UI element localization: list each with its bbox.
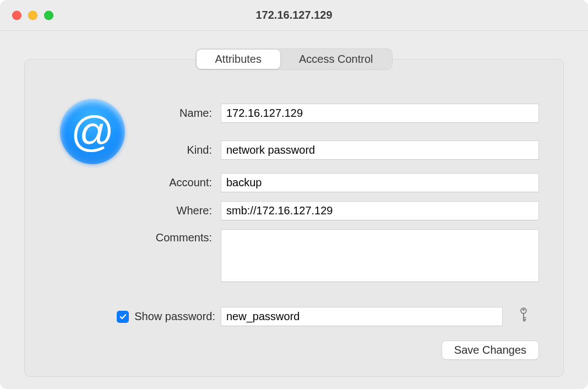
window-title: 172.16.127.129 xyxy=(0,9,588,21)
kind-label: Kind: xyxy=(187,144,212,156)
name-label: Name: xyxy=(179,107,212,120)
tab-attributes[interactable]: Attributes xyxy=(197,50,280,69)
tabbar-wrap: Attributes Access Control xyxy=(24,48,564,70)
save-changes-button[interactable]: Save Changes xyxy=(442,341,539,360)
show-password-checkbox[interactable] xyxy=(117,311,129,323)
tab-access-control[interactable]: Access Control xyxy=(280,50,392,69)
show-password-label: Show password: xyxy=(134,310,215,323)
where-label: Where: xyxy=(49,204,215,217)
zoom-window-button[interactable] xyxy=(44,10,53,20)
name-field[interactable] xyxy=(221,104,539,123)
attributes-panel: @ Name: Kind: Account: xyxy=(24,59,564,377)
close-window-button[interactable] xyxy=(12,10,21,20)
comments-label: Comments: xyxy=(49,229,215,244)
tabbar: Attributes Access Control xyxy=(195,48,393,70)
where-field[interactable] xyxy=(221,201,539,220)
save-row: Save Changes xyxy=(49,341,539,360)
key-icon[interactable] xyxy=(516,307,531,326)
kind-field[interactable] xyxy=(221,141,539,160)
keychain-item-window: 172.16.127.129 Attributes Access Control… xyxy=(0,0,588,389)
svg-point-1 xyxy=(523,309,525,311)
content-area: Attributes Access Control @ Name: K xyxy=(0,31,588,389)
minimize-window-button[interactable] xyxy=(28,10,37,20)
password-field[interactable] xyxy=(221,307,503,326)
traffic-lights xyxy=(12,10,53,20)
account-field[interactable] xyxy=(221,173,539,192)
comments-field[interactable] xyxy=(221,229,539,282)
account-label: Account: xyxy=(49,176,215,189)
checkmark-icon xyxy=(119,312,127,321)
titlebar: 172.16.127.129 xyxy=(0,0,588,31)
form-grid: @ Name: Kind: Account: xyxy=(49,99,539,326)
